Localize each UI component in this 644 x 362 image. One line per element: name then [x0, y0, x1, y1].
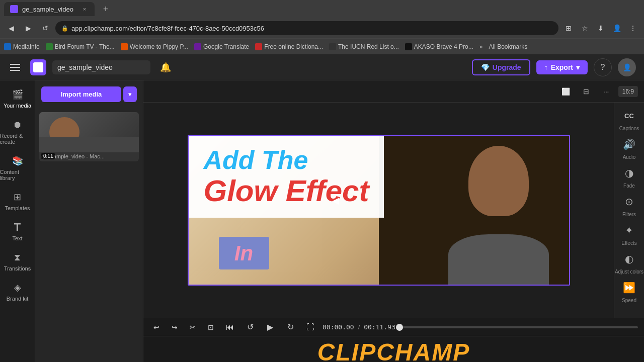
sidebar-item-label: Transitions [4, 265, 31, 272]
notifications-btn[interactable]: 🔔 [156, 58, 175, 76]
bookmark-label: The IUCN Red List o... [338, 43, 399, 50]
bookmark-iucn[interactable]: The IUCN Red List o... [329, 43, 399, 50]
bookmark-favicon [4, 43, 11, 50]
split-btn[interactable]: ✂ [186, 320, 200, 334]
bookmark-favicon [46, 43, 53, 50]
bookmarks-more[interactable]: » [479, 43, 483, 50]
sidebar-item-text[interactable]: T Text [0, 217, 35, 245]
sidebar-item-record-create[interactable]: ⏺ Record & create [0, 115, 35, 149]
bookmark-birdforum[interactable]: Bird Forum TV - The... [46, 43, 115, 50]
bookmark-favicon [405, 43, 412, 50]
sidebar-item-label: Text [12, 235, 22, 241]
app-container: 🎬 Your media ⏺ Record & create 📚 Content… [0, 80, 644, 362]
forward-btn[interactable]: ▶ [21, 21, 35, 35]
undo-btn[interactable]: ↩ [149, 320, 164, 334]
text-icon: T [12, 221, 24, 233]
profile-btn[interactable]: 👤 [610, 21, 624, 35]
timeline-tracks: CLIPCHAMP [143, 336, 644, 362]
playhead-slider[interactable] [399, 326, 638, 328]
sidebar-item-content-library[interactable]: 📚 Content library [0, 151, 35, 185]
captions-icon: CC [624, 112, 634, 120]
right-panel-filters[interactable]: ⊙ Filters [620, 193, 638, 217]
playhead-thumb[interactable] [396, 324, 403, 331]
bookmark-label: MediaInfo [13, 43, 40, 50]
import-dropdown-btn[interactable]: ▾ [123, 86, 137, 102]
new-tab-btn[interactable]: + [99, 2, 113, 16]
browser-bookmarks: MediaInfo Bird Forum TV - The... Welcome… [0, 38, 644, 54]
media-thumbnail[interactable]: 0:11 ge_sample_video - Mac... [39, 112, 139, 161]
play-btn[interactable]: ▶ [262, 319, 278, 335]
current-time: 00:00.00 [323, 323, 354, 331]
frame-back-btn[interactable]: ↺ [242, 319, 258, 335]
right-panel-adjust-colors[interactable]: ◐ Adjust colors [615, 250, 643, 275]
video-background: Add The Glow Effect In ◀ [189, 136, 569, 285]
app-logo [30, 59, 46, 75]
bookmark-mediainfo[interactable]: MediaInfo [4, 43, 40, 50]
nav-arrow[interactable]: ◀ [332, 195, 339, 206]
effects-icon: ✦ [625, 224, 633, 236]
right-panel: CC Captions 🔊 Audio ◑ Fade [614, 103, 644, 318]
sidebar-item-transitions[interactable]: ⧗ Transitions [0, 247, 35, 276]
preview-wrapper: ⬜ ⊟ ··· 16:9 [143, 80, 644, 362]
sidebar-item-your-media[interactable]: 🎬 Your media [0, 84, 35, 113]
more-btn[interactable]: ··· [598, 83, 614, 100]
audio-label: Audio [623, 154, 636, 160]
sidebar-item-templates[interactable]: ⊞ Templates [0, 187, 35, 215]
back-btn[interactable]: ◀ [4, 21, 18, 35]
hamburger-menu[interactable] [8, 59, 24, 75]
bookmark-label: AKASO Brave 4 Pro... [414, 43, 473, 50]
add-the-text: Add The [204, 145, 308, 174]
bookmark-pippy[interactable]: Welcome to Pippy P... [121, 43, 188, 50]
right-panel-effects[interactable]: ✦ Effects [620, 221, 638, 246]
extensions-btn[interactable]: ⊞ [561, 21, 576, 35]
export-icon: ↑ [544, 63, 548, 71]
fade-label: Fade [623, 183, 635, 189]
aspect-ratio-badge: 16:9 [618, 86, 638, 97]
preview-canvas: Add The Glow Effect In ◀ [143, 103, 614, 318]
media-grid: 0:11 ge_sample_video - Mac... [35, 108, 143, 165]
preview-toolbar: ⬜ ⊟ ··· 16:9 [143, 80, 644, 103]
all-bookmarks-label: All Bookmarks [489, 43, 528, 50]
menu-btn[interactable]: ⋮ [626, 21, 640, 35]
sidebar-item-brand-kit[interactable]: ◈ Brand kit [0, 278, 35, 306]
all-bookmarks[interactable]: All Bookmarks [489, 43, 528, 50]
tab-title: ge_sample_video [22, 6, 73, 13]
person-head [468, 146, 529, 216]
bookmark-favicon [255, 43, 262, 50]
in-text: In [234, 241, 253, 265]
sidebar: 🎬 Your media ⏺ Record & create 📚 Content… [0, 80, 35, 362]
refresh-btn[interactable]: ↺ [38, 21, 52, 35]
sidebar-item-label: Record & create [0, 133, 35, 145]
upgrade-btn[interactable]: 💎 Upgrade [472, 59, 530, 75]
layout-btn[interactable]: ⊟ [578, 83, 594, 100]
star-btn[interactable]: ☆ [578, 21, 592, 35]
bookmark-favicon [121, 43, 128, 50]
adjust-colors-icon: ◐ [625, 253, 633, 265]
crop-btn[interactable]: ⬜ [558, 83, 574, 100]
frame-forward-btn[interactable]: ↻ [282, 319, 298, 335]
right-panel-speed[interactable]: ⏩ Speed [620, 279, 638, 303]
export-btn[interactable]: ↑ Export ▾ [536, 60, 588, 74]
right-panel-audio[interactable]: 🔊 Audio [620, 135, 638, 160]
right-panel-fade[interactable]: ◑ Fade [620, 164, 638, 189]
redo-btn[interactable]: ↪ [168, 320, 182, 334]
bookmark-akaso[interactable]: AKASO Brave 4 Pro... [405, 43, 473, 50]
tab-close-btn[interactable]: × [80, 5, 89, 13]
bookmark-translate[interactable]: Google Translate [194, 43, 249, 50]
your-media-icon: 🎬 [12, 88, 24, 101]
import-media-btn[interactable]: Import media [41, 86, 121, 102]
download-btn[interactable]: ⬇ [594, 21, 608, 35]
captions-label: Captions [619, 126, 639, 131]
timeline-options-btn[interactable]: ⊡ [204, 320, 218, 334]
right-panel-captions[interactable]: CC Captions [619, 107, 639, 131]
help-btn[interactable]: ? [594, 58, 612, 76]
effects-label: Effects [621, 240, 636, 246]
browser-tab[interactable]: ge_sample_video × [4, 2, 95, 16]
timeline-track: 00:00.00 / 00:11.93 [323, 323, 638, 331]
address-bar[interactable]: 🔒 app.clipchamp.com/editor/7c8cfe8f-fcec… [55, 21, 558, 35]
fullscreen-btn[interactable]: ⛶ [302, 319, 318, 335]
user-avatar[interactable]: 👤 [618, 58, 636, 76]
skip-back-btn[interactable]: ⏮ [222, 319, 238, 335]
project-name-input[interactable] [52, 60, 150, 74]
bookmark-dictionary[interactable]: Free online Dictiona... [255, 43, 323, 50]
